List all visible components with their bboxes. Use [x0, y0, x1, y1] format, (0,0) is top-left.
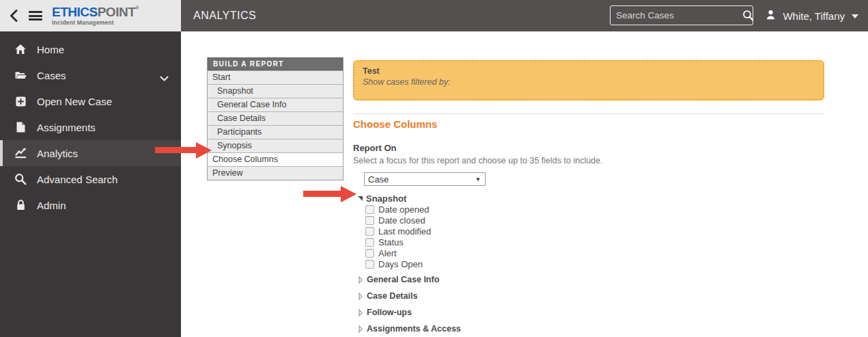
field-group-label: Snapshot [366, 193, 406, 204]
field-group-label: General Case Info [367, 275, 439, 284]
triangle-expanded-icon [358, 196, 363, 201]
page-title: ANALYTICS [193, 10, 256, 22]
folder-open-icon [14, 69, 27, 81]
checkbox-days-open[interactable] [365, 260, 374, 269]
chart-line-icon [14, 147, 27, 159]
sidebar-item-assignments[interactable]: Assignments [0, 114, 181, 140]
field-group-label: Case Details [367, 291, 417, 301]
search-icon [14, 173, 27, 185]
user-name: White, Tiffany [783, 10, 845, 22]
report-filter-line: Show cases filtered by: [363, 77, 815, 87]
field-tree: Snapshot Date opened Date closed Last mo… [353, 193, 824, 334]
menu-item-snapshot[interactable]: Snapshot [208, 84, 343, 98]
chevron-down-icon [160, 72, 169, 84]
lock-icon [14, 199, 27, 211]
sidebar-item-label: Analytics [37, 148, 78, 159]
triangle-collapsed-icon [359, 325, 363, 333]
logo-tagline: Incident Management [52, 20, 139, 26]
report-on-description: Select a focus for this report and choos… [353, 156, 824, 165]
sidebar-item-label: Advanced Search [37, 174, 117, 185]
sidebar-item-label: Cases [37, 70, 66, 81]
field-group-case-details[interactable]: Case Details [353, 291, 824, 301]
sidebar-item-label: Admin [37, 200, 66, 211]
checkbox-date-closed[interactable] [365, 216, 374, 225]
search-box [610, 5, 753, 25]
sidebar-item-analytics[interactable]: Analytics [0, 140, 181, 166]
sidebar: Home Cases Open New Case Assignments [0, 31, 181, 337]
triangle-collapsed-icon [359, 309, 363, 316]
checkbox-label: Date opened [378, 204, 429, 215]
sidebar-item-label: Home [37, 44, 64, 55]
home-icon [14, 43, 27, 55]
logo-text-primary: ETHICS [52, 5, 98, 19]
menu-item-participants[interactable]: Participants [208, 125, 343, 139]
checkbox-label: Days Open [378, 259, 423, 269]
choose-columns-panel: Test Show cases filtered by: Choose Colu… [353, 60, 824, 334]
topbar: ANALYTICS White, Tiffany [181, 0, 868, 31]
checkbox-label: Status [378, 237, 404, 247]
sidebar-item-label: Open New Case [37, 96, 112, 107]
menu-item-general-case-info[interactable]: General Case Info [208, 98, 343, 111]
sidebar-item-home[interactable]: Home [0, 36, 181, 62]
main-content: BUILD A REPORT Start Snapshot General Ca… [181, 31, 868, 337]
file-icon [14, 121, 27, 133]
checkbox-status[interactable] [365, 238, 374, 247]
user-caret-down-icon [852, 14, 858, 18]
ethicspoint-app: ETHICSPOINT® Incident Management ANALYTI… [0, 0, 868, 337]
checkbox-label: Date closed [378, 215, 425, 226]
menu-item-case-details[interactable]: Case Details [208, 111, 343, 125]
section-divider [353, 113, 824, 114]
report-on-select[interactable]: Case ▼ [364, 172, 486, 186]
sidebar-item-open-new-case[interactable]: Open New Case [0, 88, 181, 114]
search-input[interactable] [611, 10, 742, 21]
sidebar-item-cases[interactable]: Cases [0, 62, 181, 88]
user-menu[interactable]: White, Tiffany [765, 0, 858, 31]
triangle-collapsed-icon [359, 276, 363, 284]
checkbox-last-modified[interactable] [365, 227, 374, 236]
user-icon [765, 9, 776, 23]
checkbox-date-opened[interactable] [365, 205, 374, 214]
logo-text-secondary: POINT [98, 5, 136, 19]
checkbox-alert[interactable] [365, 249, 374, 258]
field-row-alert[interactable]: Alert [365, 247, 824, 258]
field-row-days-open[interactable]: Days Open [365, 258, 824, 269]
field-group-assignments-access[interactable]: Assignments & Access [353, 324, 824, 334]
section-heading: Choose Columns [353, 118, 824, 130]
logo-trademark: ® [135, 5, 139, 10]
field-group-general-case-info[interactable]: General Case Info [353, 275, 824, 284]
plus-square-icon [14, 96, 27, 107]
field-row-status[interactable]: Status [365, 237, 824, 247]
report-on-label: Report On [353, 143, 824, 153]
ethicspoint-logo: ETHICSPOINT® Incident Management [52, 5, 139, 26]
select-caret-down-icon: ▼ [475, 176, 485, 183]
checkbox-label: Last modified [378, 226, 431, 237]
sidebar-item-advanced-search[interactable]: Advanced Search [0, 166, 181, 192]
triangle-collapsed-icon [359, 293, 363, 300]
field-group-label: Follow-ups [367, 308, 412, 317]
report-title: Test [363, 66, 815, 76]
back-chevron-icon[interactable] [10, 10, 20, 22]
build-report-menu: BUILD A REPORT Start Snapshot General Ca… [207, 57, 344, 180]
field-group-follow-ups[interactable]: Follow-ups [353, 308, 824, 317]
report-summary-box: Test Show cases filtered by: [353, 60, 824, 100]
menu-item-preview[interactable]: Preview [208, 166, 343, 180]
checkbox-label: Alert [378, 248, 397, 258]
sidebar-item-admin[interactable]: Admin [0, 192, 181, 218]
field-group-label: Assignments & Access [367, 324, 461, 334]
field-row-date-closed[interactable]: Date closed [365, 215, 824, 226]
build-report-menu-header: BUILD A REPORT [208, 57, 343, 70]
menu-item-synopsis[interactable]: Synopsis [208, 139, 343, 152]
menu-item-choose-columns[interactable]: Choose Columns [208, 152, 343, 166]
menu-hamburger-icon[interactable] [29, 11, 42, 21]
field-group-snapshot[interactable]: Snapshot [353, 193, 824, 204]
sidebar-item-label: Assignments [37, 122, 96, 133]
report-on-selected-value: Case [365, 174, 475, 185]
logo-bar: ETHICSPOINT® Incident Management [0, 0, 181, 31]
search-icon[interactable] [742, 10, 754, 21]
field-row-last-modified[interactable]: Last modified [365, 226, 824, 237]
menu-item-start[interactable]: Start [208, 70, 343, 84]
field-row-date-opened[interactable]: Date opened [365, 204, 824, 215]
